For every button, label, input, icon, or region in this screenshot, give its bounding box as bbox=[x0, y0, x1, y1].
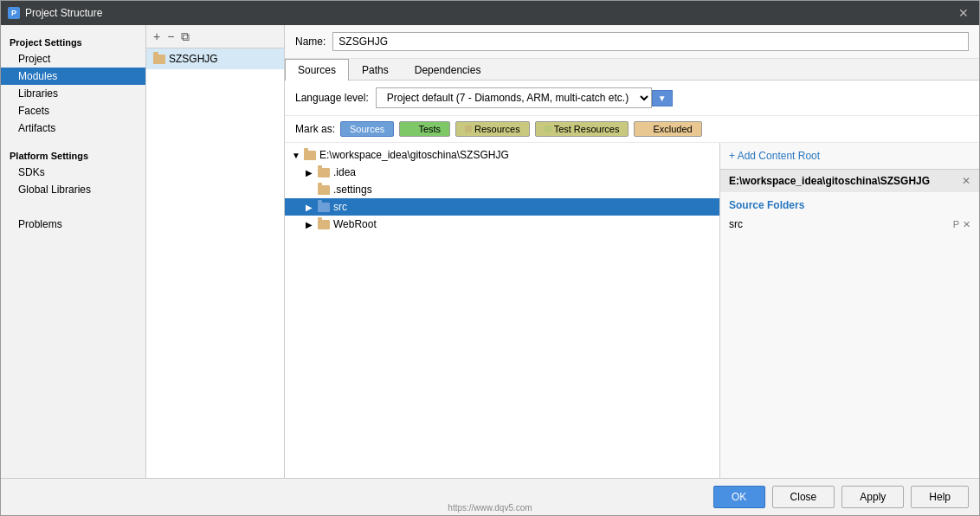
mark-resources-button[interactable]: Resources bbox=[455, 121, 530, 137]
sidebar-item-global-libraries[interactable]: Global Libraries bbox=[1, 181, 145, 198]
language-label: Language level: bbox=[295, 92, 369, 104]
dialog-close-button[interactable]: ✕ bbox=[955, 7, 972, 19]
name-input[interactable] bbox=[332, 32, 969, 51]
project-settings-title: Project Settings bbox=[1, 32, 145, 50]
sidebar: Project Settings Project Modules Librari… bbox=[1, 25, 146, 478]
source-folders-title: Source Folders bbox=[729, 199, 970, 211]
sidebar-item-sdks[interactable]: SDKs bbox=[1, 164, 145, 181]
source-folder-delete[interactable]: ✕ bbox=[963, 219, 970, 230]
module-toolbar: + − ⧉ bbox=[146, 25, 284, 48]
source-folder-edit-p[interactable]: P bbox=[953, 219, 959, 230]
tree-item-settings[interactable]: ▶ .settings bbox=[285, 181, 719, 198]
add-content-root-button[interactable]: + Add Content Root bbox=[729, 150, 820, 162]
module-list: SZSGHJG bbox=[146, 48, 284, 478]
mark-excluded-button[interactable]: Excluded bbox=[634, 121, 701, 137]
sidebar-item-problems[interactable]: Problems bbox=[1, 216, 145, 233]
copy-module-button[interactable]: ⧉ bbox=[179, 29, 191, 44]
detail-panel: Name: Sources Paths Dependencies Languag… bbox=[285, 25, 979, 478]
sidebar-item-modules[interactable]: Modules bbox=[1, 68, 145, 85]
source-folder-item-src: src P ✕ bbox=[729, 216, 970, 232]
source-folder-actions: P ✕ bbox=[953, 219, 970, 230]
content-root-path: E:\workspace_idea\gitoschina\SZSGHJG ✕ bbox=[720, 170, 979, 192]
language-dropdown-button[interactable]: ▼ bbox=[652, 90, 673, 106]
folder-icon-webroot bbox=[318, 220, 330, 229]
tab-paths[interactable]: Paths bbox=[349, 59, 402, 81]
module-item-szsghjg[interactable]: SZSGHJG bbox=[146, 48, 284, 69]
tree-item-idea[interactable]: ▶ .idea bbox=[285, 164, 719, 181]
sidebar-item-project[interactable]: Project bbox=[1, 50, 145, 68]
folder-icon-settings bbox=[318, 185, 330, 195]
folder-icon-idea bbox=[318, 168, 330, 177]
tree-item-src[interactable]: ▶ src bbox=[285, 198, 719, 216]
dialog-icon: P bbox=[8, 7, 20, 19]
mark-test-resources-button[interactable]: Test Resources bbox=[535, 121, 629, 137]
sources-panel: ▼ E:\workspace_idea\gitoschina\SZSGHJG ▶… bbox=[285, 143, 979, 478]
file-tree-area: ▼ E:\workspace_idea\gitoschina\SZSGHJG ▶… bbox=[285, 143, 719, 478]
folder-icon-src bbox=[318, 203, 330, 212]
tree-arrow-src: ▶ bbox=[306, 203, 314, 212]
main-content: Project Settings Project Modules Librari… bbox=[1, 25, 979, 478]
mark-as-label: Mark as: bbox=[295, 123, 335, 135]
tree-arrow-idea: ▶ bbox=[306, 168, 314, 177]
sidebar-item-facets[interactable]: Facets bbox=[1, 102, 145, 119]
title-bar-left: P Project Structure bbox=[8, 7, 102, 19]
module-panel: + − ⧉ SZSGHJG bbox=[146, 25, 285, 478]
platform-settings-title: Platform Settings bbox=[1, 145, 145, 164]
content-root-header: + Add Content Root bbox=[720, 143, 979, 170]
remove-module-button[interactable]: − bbox=[165, 29, 176, 44]
title-bar: P Project Structure ✕ bbox=[1, 1, 979, 25]
tree-item-root[interactable]: ▼ E:\workspace_idea\gitoschina\SZSGHJG bbox=[285, 146, 719, 164]
mark-as-row: Mark as: Sources Tests Resources Test Re… bbox=[285, 116, 979, 143]
sidebar-item-libraries[interactable]: Libraries bbox=[1, 85, 145, 102]
name-label: Name: bbox=[295, 35, 326, 48]
tabs-row: Sources Paths Dependencies bbox=[285, 59, 979, 81]
tab-dependencies[interactable]: Dependencies bbox=[402, 59, 494, 81]
language-row: Language level: Project default (7 - Dia… bbox=[285, 81, 979, 116]
source-folders-section: Source Folders src P ✕ bbox=[720, 192, 979, 239]
tree-arrow-root: ▼ bbox=[292, 151, 300, 160]
name-row: Name: bbox=[285, 25, 979, 59]
project-structure-dialog: P Project Structure ✕ Project Settings P… bbox=[0, 0, 980, 516]
mark-sources-button[interactable]: Sources bbox=[340, 121, 394, 137]
dialog-title: Project Structure bbox=[25, 7, 102, 19]
mark-tests-button[interactable]: Tests bbox=[399, 121, 450, 137]
folder-icon-root bbox=[304, 151, 316, 160]
module-folder-icon bbox=[153, 55, 165, 64]
content-root-close-button[interactable]: ✕ bbox=[962, 175, 970, 187]
tab-sources[interactable]: Sources bbox=[285, 59, 349, 81]
watermark: https://www.dqv5.com bbox=[0, 503, 980, 513]
language-select-wrapper: Project default (7 - Diamonds, ARM, mult… bbox=[376, 87, 673, 108]
content-root-panel: + Add Content Root E:\workspace_idea\git… bbox=[719, 143, 979, 478]
add-module-button[interactable]: + bbox=[152, 29, 162, 44]
sidebar-item-artifacts[interactable]: Artifacts bbox=[1, 119, 145, 137]
tree-arrow-webroot: ▶ bbox=[306, 220, 314, 229]
tree-item-webroot[interactable]: ▶ WebRoot bbox=[285, 216, 719, 233]
language-select[interactable]: Project default (7 - Diamonds, ARM, mult… bbox=[376, 87, 652, 108]
